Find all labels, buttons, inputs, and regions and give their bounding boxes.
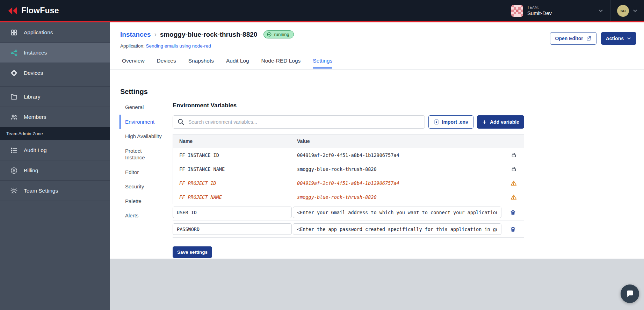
import-env-label: Import .env — [442, 119, 468, 125]
team-avatar — [511, 5, 523, 17]
env-table-header: Name Value — [173, 135, 524, 148]
table-row: FF_PROJECT_NAME smoggy-blue-rock-thrush-… — [173, 190, 524, 204]
user-avatar: su — [617, 5, 629, 17]
env-table: Name Value FF_INSTANCE_ID 004919af-2cf0-… — [173, 134, 524, 204]
tab-node-red-logs[interactable]: Node-RED Logs — [261, 58, 301, 69]
table-row: FF_INSTANCE_ID 004919af-2cf0-4f51-a8b4-1… — [173, 148, 524, 162]
team-admin-zone-label: Team Admin Zone — [0, 127, 110, 140]
sidebar-item-label: Applications — [24, 29, 53, 36]
gear-icon — [10, 187, 18, 195]
lock-icon — [511, 152, 517, 158]
instances-icon — [10, 49, 18, 57]
topbar-right: TEAM: Sumit-Dev su — [504, 0, 644, 21]
env-name-input[interactable] — [173, 207, 292, 218]
add-variable-button[interactable]: Add variable — [477, 115, 524, 129]
chevron-down-icon — [598, 8, 603, 13]
tab-devices[interactable]: Devices — [157, 58, 176, 69]
settings-title: Settings — [120, 88, 148, 96]
settings-nav-general[interactable]: General — [120, 100, 162, 115]
sidebar-item-members[interactable]: Members — [0, 107, 110, 127]
trash-icon — [510, 209, 516, 216]
flowfuse-logo-icon — [8, 6, 17, 16]
sidebar-item-audit-log[interactable]: Audit Log — [0, 140, 110, 160]
breadcrumb-separator: › — [154, 31, 157, 38]
sidebar-item-label: Audit Log — [24, 147, 47, 153]
settings-nav-editor[interactable]: Editor — [120, 165, 162, 180]
flowfuse-logo[interactable]: FlowFuse — [0, 0, 59, 21]
team-selector[interactable]: TEAM: Sumit-Dev — [504, 0, 610, 21]
env-name-input[interactable] — [173, 223, 292, 235]
import-env-button[interactable]: Import .env — [428, 115, 473, 129]
sidebar-item-library[interactable]: Library — [0, 87, 110, 107]
settings-subnav: General Environment High Availability Pr… — [120, 100, 162, 223]
chat-widget-button[interactable] — [621, 284, 639, 303]
status-label: running — [274, 32, 289, 37]
settings-nav-environment[interactable]: Environment — [120, 115, 162, 129]
env-name: FF_PROJECT_ID — [173, 180, 297, 186]
open-editor-button[interactable]: Open Editor — [550, 32, 596, 45]
instance-name: smoggy-blue-rock-thrush-8820 — [160, 31, 258, 38]
sidebar-item-applications[interactable]: Applications — [0, 22, 110, 43]
warning-icon — [511, 194, 517, 200]
sidebar-item-label: Members — [24, 114, 46, 120]
external-link-icon — [586, 36, 591, 41]
search-input[interactable] — [173, 115, 425, 129]
devices-icon — [10, 69, 18, 77]
application-label: Application: — [120, 43, 145, 49]
save-settings-button[interactable]: Save settings — [173, 246, 212, 258]
environment-controls: Import .env Add variable — [173, 115, 524, 129]
search-box — [173, 115, 425, 129]
environment-panel: Environment Variables Import .env Add va… — [173, 102, 524, 258]
sidebar-item-label: Library — [24, 94, 40, 100]
tab-audit-log[interactable]: Audit Log — [226, 58, 249, 69]
env-value: 004919af-2cf0-4f51-a8b4-1b12906757a4 — [297, 180, 504, 186]
settings-divider — [120, 96, 638, 96]
env-name: FF_PROJECT_NAME — [173, 194, 297, 200]
application-link[interactable]: Sending emails using node-red — [146, 43, 211, 49]
sidebar-item-devices[interactable]: Devices — [0, 63, 110, 83]
actions-button[interactable]: Actions — [601, 32, 636, 45]
settings-nav-protect-instance[interactable]: Protect Instance — [120, 144, 162, 165]
sidebar-divider — [0, 83, 110, 87]
env-value-input[interactable] — [293, 223, 501, 235]
team-text: TEAM: Sumit-Dev — [527, 6, 552, 16]
brand-name: FlowFuse — [21, 6, 59, 15]
tab-snapshots[interactable]: Snapshots — [188, 58, 214, 69]
tab-settings[interactable]: Settings — [313, 58, 332, 69]
env-value: 004919af-2cf0-4f51-a8b4-1b12906757a4 — [297, 152, 504, 158]
open-editor-label: Open Editor — [555, 36, 583, 41]
search-icon — [177, 118, 184, 125]
env-value: smoggy-blue-rock-thrush-8820 — [297, 166, 504, 172]
chevron-down-icon — [627, 36, 631, 41]
settings-nav-palette[interactable]: Palette — [120, 194, 162, 209]
application-line: Application: Sending emails using node-r… — [120, 43, 211, 49]
tab-overview[interactable]: Overview — [122, 58, 145, 69]
settings-nav-alerts[interactable]: Alerts — [120, 208, 162, 223]
user-menu[interactable]: su — [610, 0, 644, 21]
members-icon — [10, 113, 18, 121]
topbar: FlowFuse — [0, 0, 644, 22]
sidebar-item-instances[interactable]: Instances — [0, 43, 110, 63]
env-value: smoggy-blue-rock-thrush-8820 — [297, 194, 504, 200]
trash-icon — [510, 226, 516, 232]
settings-nav-high-availability[interactable]: High Availability — [120, 129, 162, 144]
env-value-input[interactable] — [293, 207, 501, 218]
settings-nav-security[interactable]: Security — [120, 179, 162, 194]
sidebar-item-team-settings[interactable]: Team Settings — [0, 181, 110, 201]
sidebar-item-label: Devices — [24, 70, 43, 76]
running-icon — [267, 32, 272, 37]
import-env-icon — [434, 119, 439, 125]
add-variable-label: Add variable — [490, 119, 519, 125]
column-header-value: Value — [297, 138, 504, 144]
content-area: Instances › smoggy-blue-rock-thrush-8820… — [110, 22, 644, 259]
delete-variable-button[interactable] — [508, 225, 518, 234]
table-row-editable — [173, 204, 524, 221]
team-label: TEAM: — [527, 6, 552, 9]
sidebar-item-label: Team Settings — [24, 188, 58, 194]
column-header-name: Name — [173, 138, 297, 144]
sidebar-item-billing[interactable]: Billing — [0, 160, 110, 181]
breadcrumb-instances-link[interactable]: Instances — [120, 31, 151, 38]
folder-icon — [10, 93, 18, 101]
delete-variable-button[interactable] — [508, 208, 518, 217]
page: FlowFuse — [0, 0, 644, 310]
